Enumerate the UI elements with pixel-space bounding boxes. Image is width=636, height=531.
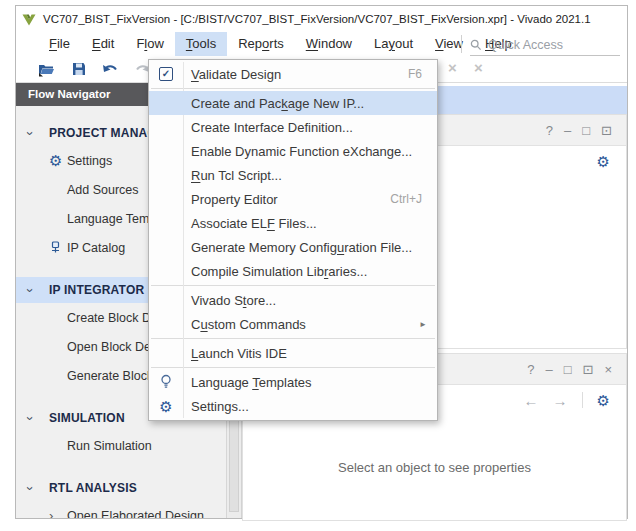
- menubar-item-file[interactable]: File: [38, 32, 81, 56]
- sidebar-item-label: Add Sources: [67, 183, 139, 197]
- panel-maximize-icon[interactable]: □: [564, 363, 572, 376]
- gear-icon: ⚙: [49, 153, 67, 168]
- menu-separator: [151, 285, 435, 286]
- gear-icon[interactable]: ⚙: [597, 393, 610, 408]
- menu-item-settings[interactable]: ⚙Settings...: [149, 394, 437, 418]
- toolbar-divider: [582, 392, 583, 408]
- bottom-panel-window-icons: ?–□⊡×: [527, 363, 612, 376]
- menu-item-generate-memory-configuration-file[interactable]: Generate Memory Configuration File...: [149, 235, 437, 259]
- chevron-down-icon[interactable]: ›: [16, 481, 49, 496]
- chevron-right-icon: ›: [49, 508, 67, 518]
- sidebar-item-label: Open Elaborated Design: [67, 509, 204, 519]
- menubar-item-tools[interactable]: Tools: [175, 32, 227, 56]
- chevron-down-icon[interactable]: ›: [16, 126, 49, 141]
- panel-maximize-icon[interactable]: □: [582, 124, 590, 137]
- menu-item-label: Language Templates: [191, 375, 311, 390]
- menubar-items: FileEditFlowToolsReportsWindowLayoutView…: [38, 32, 523, 56]
- menu-item-label: Launch Vitis IDE: [191, 346, 287, 361]
- sidebar-item-label: Settings: [67, 154, 112, 168]
- forward-arrow-icon[interactable]: →: [553, 392, 568, 409]
- validate-checkbox-icon: ✓: [149, 67, 183, 81]
- menu-item-run-tcl-script[interactable]: Run Tcl Script...: [149, 163, 437, 187]
- menu-item-label: Settings...: [191, 399, 249, 414]
- panel-close-icon[interactable]: ×: [604, 363, 612, 376]
- title-bar: VC707_BIST_FixVersion - [C:/BIST/VC707_B…: [16, 6, 627, 32]
- window-title: VC707_BIST_FixVersion - [C:/BIST/VC707_B…: [43, 13, 591, 25]
- sidebar-section-rtl-analysis[interactable]: ›RTL ANALYSIS: [16, 475, 226, 501]
- menubar-item-reports[interactable]: Reports: [227, 32, 295, 56]
- menu-item-shortcut: Ctrl+J: [390, 192, 437, 206]
- menu-item-associate-elf-files[interactable]: Associate ELF Files...: [149, 211, 437, 235]
- screen: VC707_BIST_FixVersion - [C:/BIST/VC707_B…: [0, 0, 636, 531]
- menu-item-create-and-package-new-ip[interactable]: Create and Package New IP...: [149, 91, 437, 115]
- ip-catalog-icon: [49, 241, 67, 254]
- close-disabled-icon: ×: [448, 59, 457, 76]
- menubar-item-layout[interactable]: Layout: [363, 32, 424, 56]
- menu-item-language-templates[interactable]: Language Templates: [149, 370, 437, 394]
- sidebar-item-open-elaborated-design[interactable]: ›Open Elaborated Design: [16, 501, 226, 518]
- panel-minimize-icon[interactable]: –: [564, 124, 571, 137]
- menu-item-shortcut: F6: [408, 67, 437, 81]
- properties-panel-content: Select an object to see properties: [243, 415, 626, 520]
- gear-icon: ⚙: [149, 399, 183, 414]
- menu-item-label: Enable Dynamic Function eXchange...: [191, 144, 412, 159]
- lightbulb-icon: [149, 374, 183, 390]
- panel-help-icon[interactable]: ?: [527, 363, 534, 376]
- menubar-item-flow[interactable]: Flow: [125, 32, 174, 56]
- menu-separator: [151, 88, 435, 89]
- close-all-disabled-icon: ×: [474, 59, 483, 76]
- undo-icon[interactable]: [102, 61, 119, 77]
- menu-item-launch-vitis-ide[interactable]: Launch Vitis IDE: [149, 341, 437, 365]
- menu-item-label: Run Tcl Script...: [191, 168, 282, 183]
- search-icon: [470, 39, 482, 51]
- panel-float-icon[interactable]: ⊡: [601, 124, 612, 137]
- top-panel-window-icons: ?–□⊡: [546, 124, 612, 137]
- vivado-logo-icon: [21, 12, 37, 27]
- sidebar-item-label: IP Catalog: [67, 241, 125, 255]
- menu-item-label: Compile Simulation Libraries...: [191, 264, 367, 279]
- properties-placeholder-text: Select an object to see properties: [338, 460, 531, 475]
- menu-separator: [151, 338, 435, 339]
- tools-menu-list: ✓Validate DesignF6Create and Package New…: [149, 62, 437, 418]
- menu-item-label: Generate Memory Configuration File...: [191, 240, 412, 255]
- menu-item-label: Associate ELF Files...: [191, 216, 317, 231]
- open-project-icon[interactable]: [38, 61, 55, 77]
- quick-access-box[interactable]: [470, 34, 620, 56]
- menu-item-custom-commands[interactable]: Custom Commands►: [149, 312, 437, 336]
- menubar-divider: [461, 35, 462, 53]
- menu-item-label: Validate Design: [191, 67, 281, 82]
- menu-item-label: Create and Package New IP...: [191, 96, 364, 111]
- menubar-item-window[interactable]: Window: [295, 32, 363, 56]
- tools-dropdown-menu: ✓Validate DesignF6Create and Package New…: [148, 59, 438, 421]
- save-icon[interactable]: [70, 61, 87, 77]
- back-arrow-icon[interactable]: ←: [524, 392, 539, 409]
- panel-help-icon[interactable]: ?: [546, 124, 553, 137]
- section-label: IP INTEGRATOR: [49, 283, 144, 297]
- menu-item-property-editor[interactable]: Property EditorCtrl+J: [149, 187, 437, 211]
- menubar-item-edit[interactable]: Edit: [81, 32, 125, 56]
- chevron-down-icon[interactable]: ›: [16, 411, 49, 426]
- section-label: SIMULATION: [49, 411, 125, 425]
- menu-separator: [151, 367, 435, 368]
- sidebar-item-label: Run Simulation: [67, 439, 152, 453]
- menu-item-label: Property Editor: [191, 192, 278, 207]
- chevron-down-icon[interactable]: ›: [16, 283, 49, 298]
- panel-minimize-icon[interactable]: –: [545, 363, 552, 376]
- menu-item-label: Create Interface Definition...: [191, 120, 353, 135]
- menu-item-label: Custom Commands: [191, 317, 306, 332]
- menu-item-enable-dynamic-function-exchange[interactable]: Enable Dynamic Function eXchange...: [149, 139, 437, 163]
- panel-float-icon[interactable]: ⊡: [583, 363, 594, 376]
- gear-icon[interactable]: ⚙: [597, 154, 610, 169]
- quick-access-input[interactable]: [486, 37, 610, 53]
- menu-item-create-interface-definition[interactable]: Create Interface Definition...: [149, 115, 437, 139]
- menu-item-compile-simulation-libraries[interactable]: Compile Simulation Libraries...: [149, 259, 437, 283]
- menu-item-validate-design[interactable]: ✓Validate DesignF6: [149, 62, 437, 86]
- menu-item-vivado-store[interactable]: Vivado Store...: [149, 288, 437, 312]
- sidebar-item-run-simulation[interactable]: Run Simulation: [16, 431, 226, 460]
- menu-item-label: Vivado Store...: [191, 293, 276, 308]
- section-label: RTL ANALYSIS: [49, 481, 137, 495]
- submenu-arrow-icon: ►: [419, 320, 437, 329]
- menubar-item-view[interactable]: View: [424, 32, 474, 56]
